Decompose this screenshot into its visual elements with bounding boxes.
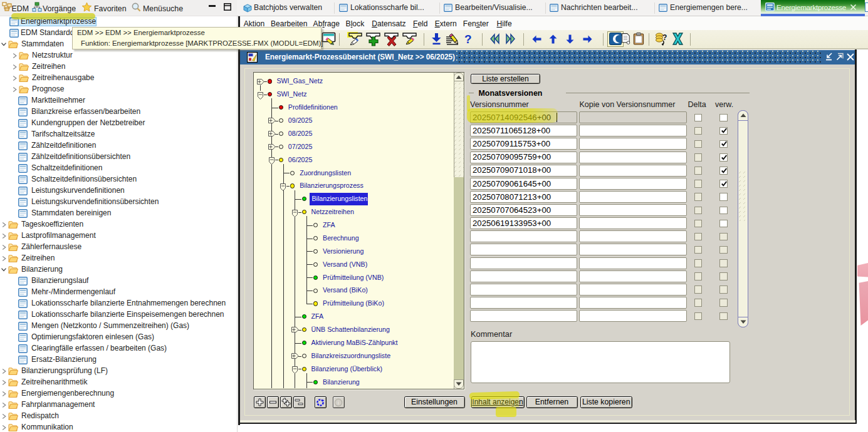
- svg-text:?: ?: [662, 33, 667, 42]
